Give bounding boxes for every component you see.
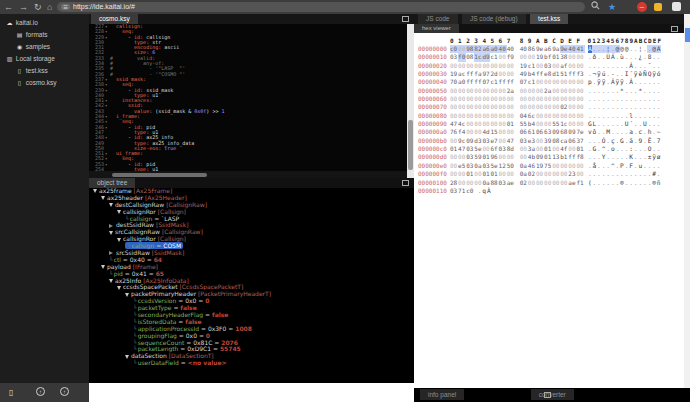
hex-byte[interactable]: 00 (466, 87, 474, 95)
hex-byte[interactable]: e8 (544, 70, 552, 78)
maximize-icon[interactable] (402, 16, 409, 22)
hex-byte[interactable]: 00 (450, 62, 458, 70)
new-file-icon[interactable]: ▯ (9, 387, 13, 398)
hex-byte[interactable]: 00 (466, 95, 474, 103)
ascii-char[interactable]: . (656, 53, 661, 61)
hex-byte[interactable]: 07 (482, 78, 490, 86)
hex-byte[interactable]: 00 (507, 153, 515, 161)
hex-byte[interactable]: 1c (474, 53, 482, 61)
hex-byte[interactable]: a0 (490, 45, 498, 53)
hex-byte[interactable]: 4f (560, 145, 568, 153)
hex-byte[interactable]: 00 (507, 170, 515, 178)
hex-byte[interactable]: c1 (490, 78, 498, 86)
hex-byte[interactable]: 01 (544, 153, 552, 161)
page-scroll-thumb[interactable] (685, 28, 690, 42)
hex-byte[interactable]: d1 (552, 70, 560, 78)
ascii-char[interactable]: . (656, 120, 661, 128)
hex-byte[interactable]: 00 (552, 145, 560, 153)
hex-byte[interactable]: 09 (552, 128, 560, 136)
info-panel-tab[interactable]: info panel (420, 389, 464, 400)
hex-byte[interactable]: 00 (536, 137, 544, 145)
hex-byte[interactable]: 00 (482, 95, 490, 103)
hex-byte[interactable]: 28 (450, 179, 458, 187)
hex-byte[interactable]: 00 (552, 103, 560, 111)
forward-icon[interactable]: → (19, 0, 28, 14)
hex-byte[interactable]: 00 (568, 103, 576, 111)
hex-byte[interactable]: 00 (458, 153, 466, 161)
hex-byte[interactable]: 9c (458, 137, 466, 145)
hex-byte[interactable]: 01 (482, 170, 490, 178)
hex-byte[interactable]: e7 (490, 137, 498, 145)
hex-byte[interactable]: 00 (499, 137, 507, 145)
hex-byte[interactable]: 00 (499, 95, 507, 103)
search-icon[interactable] (591, 0, 600, 14)
hex-byte[interactable]: 00 (520, 87, 528, 95)
hex-byte[interactable]: 50 (507, 162, 515, 170)
hex-byte[interactable]: 00 (458, 87, 466, 95)
hex-byte[interactable]: 09 (466, 137, 474, 145)
hex-byte[interactable]: 01 (544, 145, 552, 153)
hex-byte[interactable]: a6 (482, 45, 490, 53)
hex-byte[interactable]: 0a (474, 162, 482, 170)
ascii-char[interactable]: . (656, 112, 661, 120)
hex-byte[interactable]: 76 (450, 128, 458, 136)
hex-byte[interactable]: 00 (544, 78, 552, 86)
ascii-char[interactable]: ñ (656, 179, 661, 187)
hex-byte[interactable]: 9e (560, 45, 568, 53)
hex-byte[interactable]: 4c (458, 120, 466, 128)
hex-byte[interactable]: 00 (507, 128, 515, 136)
hex-byte[interactable]: 00 (536, 170, 544, 178)
hex-byte[interactable]: 00 (568, 162, 576, 170)
hex-byte[interactable]: d3 (474, 137, 482, 145)
hex-byte[interactable]: c1 (528, 78, 536, 86)
hex-byte[interactable]: 00 (466, 120, 474, 128)
hex-byte[interactable]: 97 (482, 70, 490, 78)
hex-byte[interactable]: 00 (499, 153, 507, 161)
expanded-arrow-icon[interactable] (101, 265, 105, 269)
hex-byte[interactable]: ff (568, 153, 576, 161)
hex-byte[interactable]: 00 (576, 53, 584, 61)
hex-byte[interactable]: f1 (576, 179, 584, 187)
hex-byte[interactable]: 51 (560, 70, 568, 78)
hex-byte[interactable]: 03 (450, 53, 458, 61)
hex-byte[interactable]: 08 (552, 137, 560, 145)
hex-byte[interactable]: 03 (544, 62, 552, 70)
bookmark-star-icon[interactable]: ★ (608, 0, 616, 14)
ascii-char[interactable]: À (486, 187, 491, 195)
editor-hscrollbar[interactable] (89, 171, 407, 178)
hex-byte[interactable]: 1c (560, 120, 568, 128)
hex-byte[interactable]: 00 (450, 87, 458, 95)
hex-byte[interactable]: 00 (552, 62, 560, 70)
hex-byte[interactable]: 2d (490, 70, 498, 78)
hex-byte[interactable]: 00 (576, 120, 584, 128)
hex-byte[interactable]: 00 (576, 78, 584, 86)
hex-byte[interactable]: 96 (490, 153, 498, 161)
hex-byte[interactable]: 00 (458, 45, 466, 53)
hex-byte[interactable]: 00 (528, 95, 536, 103)
hex-byte[interactable]: ff (466, 78, 474, 86)
hex-byte[interactable]: 00 (560, 112, 568, 120)
site-info-icon[interactable]: ☰ (61, 4, 70, 10)
hex-byte[interactable]: 40 (507, 45, 515, 53)
page-scrollbar[interactable] (684, 14, 690, 388)
profile-icon[interactable] (672, 2, 681, 11)
hex-byte[interactable]: 00 (576, 170, 584, 178)
hex-byte[interactable]: e3 (528, 137, 536, 145)
hex-byte[interactable]: 00 (536, 112, 544, 120)
hex-byte[interactable]: 00 (466, 112, 474, 120)
hex-byte[interactable]: 00 (520, 53, 528, 61)
hex-byte[interactable]: 00 (520, 95, 528, 103)
hex-byte[interactable]: 12 (499, 162, 507, 170)
hex-byte[interactable]: 00 (568, 112, 576, 120)
code-editor[interactable]: 227▾ callsign:228▾ seq:229▾ - id: callsi… (89, 24, 414, 178)
hex-byte[interactable]: 00 (528, 53, 536, 61)
upload-icon[interactable]: ↑ (36, 387, 45, 396)
hex-byte[interactable]: 02 (520, 179, 528, 187)
hex-byte[interactable]: 00 (499, 70, 507, 78)
hex-byte[interactable]: 00 (536, 103, 544, 111)
hex-byte[interactable]: 00 (576, 162, 584, 170)
hex-byte[interactable]: 59 (474, 153, 482, 161)
hex-byte[interactable]: 00 (536, 145, 544, 153)
hex-byte[interactable]: 00 (576, 87, 584, 95)
expanded-arrow-icon[interactable] (109, 231, 113, 235)
